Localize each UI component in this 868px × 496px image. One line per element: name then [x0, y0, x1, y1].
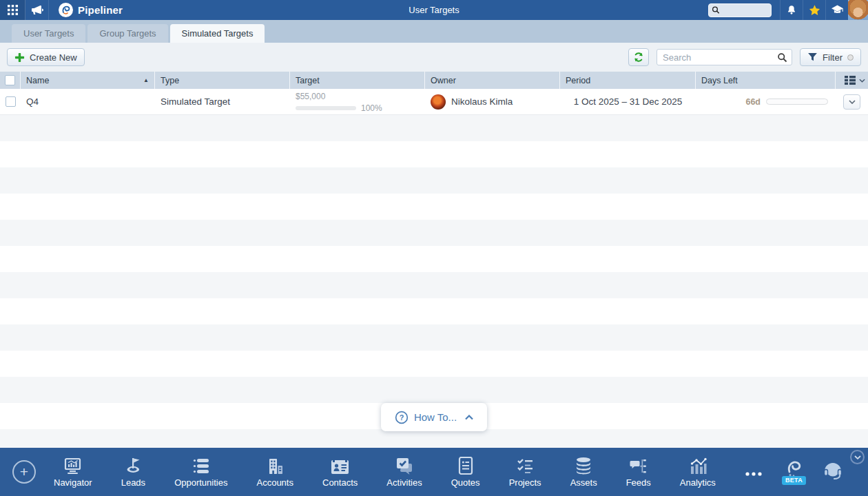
row-menu-button[interactable] [843, 94, 860, 110]
nav-label: Opportunities [174, 477, 227, 488]
feeds-icon [630, 456, 647, 475]
nav-item-navigator[interactable]: Navigator [52, 456, 94, 488]
nav-item-leads[interactable]: Leads [120, 456, 147, 488]
nav-collapse-button[interactable] [850, 450, 865, 464]
nav-item-projects[interactable]: Projects [508, 456, 543, 488]
global-search[interactable] [708, 3, 772, 17]
target-percent-label: 100% [361, 103, 382, 113]
brand[interactable]: Pipeliner [59, 3, 123, 17]
voyager-beta-button[interactable]: BETA [782, 459, 806, 485]
contacts-card-icon [331, 456, 349, 475]
filter-button[interactable]: Filter [800, 48, 861, 66]
filter-funnel-icon [807, 52, 818, 62]
global-search-input[interactable] [720, 6, 768, 15]
sort-asc-icon[interactable]: ▲ [143, 77, 149, 83]
filter-label: Filter [823, 52, 843, 63]
select-all-checkbox[interactable] [5, 75, 15, 85]
nav-item-accounts[interactable]: Accounts [255, 456, 294, 488]
list-search-input[interactable] [663, 52, 777, 63]
nav-label: Contacts [322, 477, 358, 488]
favorites-button[interactable] [803, 0, 825, 20]
search-icon [712, 6, 720, 14]
column-settings-cell [836, 72, 868, 89]
leads-flag-icon [124, 456, 142, 475]
bell-icon [786, 4, 797, 16]
opportunities-pipeline-icon [192, 456, 210, 475]
voyager-icon [783, 459, 804, 478]
headset-icon [821, 459, 845, 482]
filter-toggle-indicator[interactable] [847, 54, 854, 61]
activities-check-icon [395, 456, 413, 475]
column-header-name[interactable]: Name ▲ [21, 72, 155, 89]
create-new-button[interactable]: Create New [7, 48, 85, 66]
nav-label: Quotes [451, 477, 480, 488]
navigator-icon [63, 456, 82, 475]
brand-name: Pipeliner [78, 4, 123, 16]
tab-group-targets[interactable]: Group Targets [87, 24, 167, 43]
apps-grid-icon [8, 5, 18, 15]
column-header-owner[interactable]: Owner [425, 72, 560, 89]
nav-item-activities[interactable]: Activities [385, 456, 423, 488]
refresh-icon [633, 52, 644, 63]
plus-icon [14, 52, 25, 63]
quick-add-button[interactable]: + [12, 460, 36, 484]
chevron-down-icon [849, 100, 856, 104]
row-type-cell: Simulated Target [155, 89, 290, 114]
nav-item-contacts[interactable]: Contacts [321, 456, 359, 488]
nav-item-assets[interactable]: Assets [569, 456, 599, 488]
chevron-up-icon [465, 415, 473, 420]
learning-button[interactable] [825, 0, 848, 20]
announcements-button[interactable] [25, 0, 49, 20]
row-days-left-cell: 66d [696, 89, 836, 114]
nav-item-more[interactable] [743, 458, 764, 486]
nav-label: Analytics [680, 477, 716, 488]
nav-item-quotes[interactable]: Quotes [450, 456, 482, 488]
nav-right-cluster: BETA [782, 459, 845, 485]
column-header-type[interactable]: Type [155, 72, 290, 89]
row-target-cell: $55,000 100% [290, 89, 425, 114]
top-bar: Pipeliner User Targets [0, 0, 868, 20]
table-header: Name ▲ Type Target Owner Period Days Lef… [0, 72, 868, 89]
row-actions-cell [836, 89, 868, 114]
nav-label: Assets [570, 477, 597, 488]
column-header-period[interactable]: Period [560, 72, 696, 89]
column-header-target[interactable]: Target [290, 72, 425, 89]
days-left-progress-bar [766, 99, 828, 105]
nav-item-analytics[interactable]: Analytics [679, 456, 717, 488]
bottom-navigation: + Navigator Lead [0, 448, 868, 496]
list-search[interactable] [657, 49, 792, 65]
table-row[interactable]: Q4 Simulated Target $55,000 100% Nikolau… [0, 89, 868, 115]
help-circle-icon: ? [395, 411, 409, 424]
target-amount: $55,000 [296, 92, 325, 101]
star-icon [808, 4, 821, 17]
user-avatar[interactable] [848, 0, 868, 20]
how-to-label: How To... [414, 411, 457, 423]
tab-simulated-targets[interactable]: Simulated Targets [170, 24, 265, 43]
row-checkbox[interactable] [6, 96, 16, 107]
pipeliner-logo-icon [59, 3, 73, 17]
column-header-days-left[interactable]: Days Left [696, 72, 836, 89]
nav-items: Navigator Leads Opportunities [52, 456, 782, 488]
nav-item-opportunities[interactable]: Opportunities [173, 456, 229, 488]
refresh-button[interactable] [628, 48, 649, 66]
accounts-buildings-icon [267, 456, 284, 475]
tab-user-targets[interactable]: User Targets [12, 24, 85, 43]
column-settings-icon[interactable] [845, 76, 856, 85]
search-icon [777, 52, 787, 63]
beta-badge: BETA [782, 476, 806, 485]
nav-label: Activities [386, 477, 422, 488]
row-period-cell: 1 Oct 2025 – 31 Dec 2025 [560, 89, 696, 114]
row-name-cell[interactable]: Q4 [21, 89, 155, 114]
apps-grid-button[interactable] [0, 0, 25, 20]
quotes-document-icon [458, 456, 473, 475]
owner-name: Nikolaus Kimla [451, 96, 513, 107]
notifications-button[interactable] [780, 0, 803, 20]
megaphone-icon [31, 5, 43, 16]
nav-item-feeds[interactable]: Feeds [625, 456, 652, 488]
how-to-button[interactable]: ? How To... [381, 403, 487, 431]
chevron-down-icon[interactable] [859, 79, 865, 83]
support-button[interactable] [821, 459, 845, 485]
nav-label: Feeds [626, 477, 651, 488]
topbar-right-cluster [708, 0, 868, 20]
row-owner-cell: Nikolaus Kimla [425, 89, 560, 114]
